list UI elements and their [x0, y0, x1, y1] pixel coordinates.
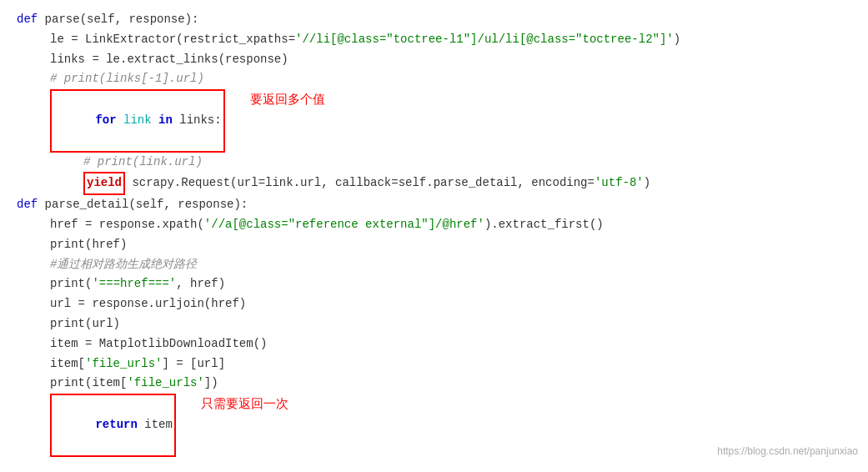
code-line-8: def parse_detail(self, response): [17, 195, 851, 215]
code-line-9: href = response.xpath('//a[@class="refer… [17, 215, 851, 235]
code-line-4: # print(links[-1].url) [17, 69, 851, 89]
comment-print-link-url: # print(link.url) [83, 153, 203, 173]
code-line-14: print(url) [17, 314, 851, 334]
code-line-10: print(href) [17, 235, 851, 255]
code-line-13: url = response.urljoin(href) [17, 294, 851, 314]
code-line-1: def parse(self, response): [17, 10, 851, 30]
func-name-parse: parse [45, 10, 80, 30]
code-block: def parse(self, response): le = LinkExtr… [0, 0, 868, 467]
code-line-16: item['file_urls'] = [url] [17, 354, 851, 374]
yield-boxed: yield [83, 172, 125, 195]
code-line-2: le = LinkExtractor(restrict_xpaths='//li… [17, 30, 851, 50]
code-line-15: item = MatplotlibDownloadItem() [17, 334, 851, 354]
annotation-yield-multiple: 要返回多个值 [250, 89, 325, 111]
code-line-11: #通过相对路劲生成绝对路径 [17, 255, 851, 275]
comment-cn-path: #通过相对路劲生成绝对路径 [50, 255, 197, 275]
watermark: https://blog.csdn.net/panjunxiao [717, 443, 858, 459]
le-assign: le = LinkExtractor(restrict_xpaths= [50, 30, 295, 50]
code-line-3: links = le.extract_links(response) [17, 50, 851, 70]
func-name-parse-detail: parse_detail [45, 195, 129, 215]
keyword-def-2: def [17, 195, 45, 215]
code-line-5: for link in links: 要返回多个值 [17, 89, 851, 152]
code-line-7: yield scrapy.Request(url=link.url, callb… [17, 172, 851, 195]
links-assign: links = le.extract_links(response) [50, 50, 288, 70]
params: (self, response): [80, 10, 199, 30]
return-item-boxed: return item [50, 394, 176, 456]
keyword-def: def [17, 10, 45, 30]
xpath-str: '//li[@class="toctree-l1"]/ul/li[@class=… [295, 30, 674, 50]
code-line-6: # print(link.url) [17, 153, 851, 173]
comment-print-links: # print(links[-1].url) [50, 69, 204, 89]
code-line-17: print(item['file_urls']) [17, 374, 851, 394]
for-loop-boxed: for link in links: [50, 89, 225, 152]
annotation-return-once: 只需要返回一次 [201, 394, 288, 415]
code-line-12: print('===href===', href) [17, 274, 851, 294]
